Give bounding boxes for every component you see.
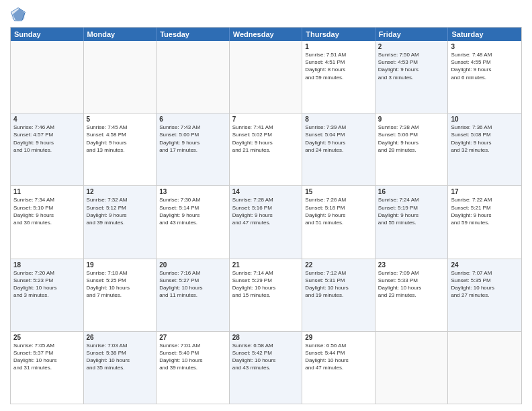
calendar-cell: 8Sunrise: 7:39 AMSunset: 5:04 PMDaylight… [302, 113, 375, 185]
calendar-cell: 6Sunrise: 7:43 AMSunset: 5:00 PMDaylight… [157, 113, 230, 185]
calendar-body: 1Sunrise: 7:51 AMSunset: 4:51 PMDaylight… [11, 41, 521, 404]
calendar-row: 1Sunrise: 7:51 AMSunset: 4:51 PMDaylight… [11, 41, 521, 113]
day-number: 29 [305, 334, 372, 341]
calendar-cell: 4Sunrise: 7:46 AMSunset: 4:57 PMDaylight… [11, 113, 84, 185]
cell-details: Sunrise: 7:12 AMSunset: 5:31 PMDaylight:… [305, 269, 372, 300]
header [10, 7, 522, 23]
day-number: 16 [378, 188, 445, 195]
calendar-row: 25Sunrise: 7:05 AMSunset: 5:37 PMDayligh… [11, 331, 521, 404]
day-number: 24 [451, 261, 519, 269]
calendar-cell: 15Sunrise: 7:26 AMSunset: 5:18 PMDayligh… [302, 186, 375, 258]
calendar-cell: 26Sunrise: 7:03 AMSunset: 5:38 PMDayligh… [84, 332, 157, 404]
calendar-cell: 28Sunrise: 6:58 AMSunset: 5:42 PMDayligh… [230, 332, 303, 404]
calendar-cell: 1Sunrise: 7:51 AMSunset: 4:51 PMDaylight… [302, 41, 375, 113]
cell-details: Sunrise: 7:34 AMSunset: 5:10 PMDaylight:… [13, 196, 81, 226]
calendar-cell: 5Sunrise: 7:45 AMSunset: 4:58 PMDaylight… [84, 113, 157, 185]
calendar-cell: 14Sunrise: 7:28 AMSunset: 5:16 PMDayligh… [230, 186, 303, 258]
day-number: 6 [159, 116, 226, 123]
day-number: 11 [13, 188, 81, 195]
day-number: 17 [451, 188, 519, 195]
cell-details: Sunrise: 7:03 AMSunset: 5:38 PMDaylight:… [87, 342, 154, 372]
day-number: 4 [13, 116, 81, 123]
day-number: 15 [305, 188, 372, 195]
cell-details: Sunrise: 7:22 AMSunset: 5:21 PMDaylight:… [451, 196, 519, 226]
calendar-cell [230, 41, 303, 113]
header-cell-monday: Monday [84, 28, 157, 41]
cell-details: Sunrise: 7:32 AMSunset: 5:12 PMDaylight:… [87, 196, 154, 226]
calendar-cell: 10Sunrise: 7:36 AMSunset: 5:08 PMDayligh… [448, 113, 521, 185]
cell-details: Sunrise: 7:01 AMSunset: 5:40 PMDaylight:… [159, 342, 226, 372]
header-cell-thursday: Thursday [302, 28, 375, 41]
cell-details: Sunrise: 7:50 AMSunset: 4:53 PMDaylight:… [378, 51, 445, 81]
day-number: 9 [378, 116, 445, 123]
day-number: 13 [159, 188, 226, 195]
calendar-cell [84, 41, 157, 113]
day-number: 22 [305, 261, 372, 269]
calendar-cell: 2Sunrise: 7:50 AMSunset: 4:53 PMDaylight… [375, 41, 449, 113]
cell-details: Sunrise: 7:20 AMSunset: 5:23 PMDaylight:… [13, 269, 81, 300]
day-number: 18 [13, 261, 81, 269]
calendar-cell: 12Sunrise: 7:32 AMSunset: 5:12 PMDayligh… [84, 186, 157, 258]
day-number: 8 [305, 116, 372, 123]
cell-details: Sunrise: 7:41 AMSunset: 5:02 PMDaylight:… [232, 124, 300, 154]
calendar-cell: 29Sunrise: 6:56 AMSunset: 5:44 PMDayligh… [302, 332, 375, 404]
calendar-cell: 18Sunrise: 7:20 AMSunset: 5:23 PMDayligh… [11, 259, 84, 331]
day-number: 20 [159, 261, 226, 269]
day-number: 19 [87, 261, 154, 269]
calendar-cell: 19Sunrise: 7:18 AMSunset: 5:25 PMDayligh… [84, 259, 157, 331]
day-number: 7 [232, 116, 300, 123]
cell-details: Sunrise: 7:38 AMSunset: 5:06 PMDaylight:… [378, 124, 445, 154]
day-number: 21 [232, 261, 300, 269]
day-number: 10 [451, 116, 519, 123]
cell-details: Sunrise: 7:16 AMSunset: 5:27 PMDaylight:… [159, 269, 226, 300]
cell-details: Sunrise: 7:36 AMSunset: 5:08 PMDaylight:… [451, 124, 519, 154]
day-number: 25 [13, 334, 81, 341]
calendar-row: 11Sunrise: 7:34 AMSunset: 5:10 PMDayligh… [11, 185, 521, 258]
day-number: 28 [232, 334, 300, 341]
calendar-cell: 24Sunrise: 7:07 AMSunset: 5:35 PMDayligh… [448, 259, 521, 331]
day-number: 14 [232, 188, 300, 195]
day-number: 1 [305, 43, 372, 50]
calendar-cell: 21Sunrise: 7:14 AMSunset: 5:29 PMDayligh… [230, 259, 303, 331]
cell-details: Sunrise: 7:51 AMSunset: 4:51 PMDaylight:… [305, 51, 372, 81]
cell-details: Sunrise: 7:45 AMSunset: 4:58 PMDaylight:… [87, 124, 154, 154]
cell-details: Sunrise: 7:28 AMSunset: 5:16 PMDaylight:… [232, 196, 300, 226]
calendar-cell [157, 41, 230, 113]
calendar-cell: 9Sunrise: 7:38 AMSunset: 5:06 PMDaylight… [375, 113, 449, 185]
header-cell-saturday: Saturday [448, 28, 521, 41]
calendar-cell: 11Sunrise: 7:34 AMSunset: 5:10 PMDayligh… [11, 186, 84, 258]
day-number: 23 [378, 261, 445, 269]
calendar-header: SundayMondayTuesdayWednesdayThursdayFrid… [11, 28, 521, 41]
calendar-cell: 23Sunrise: 7:09 AMSunset: 5:33 PMDayligh… [375, 259, 449, 331]
calendar: SundayMondayTuesdayWednesdayThursdayFrid… [10, 27, 522, 404]
calendar-cell [11, 41, 84, 113]
calendar-cell: 27Sunrise: 7:01 AMSunset: 5:40 PMDayligh… [157, 332, 230, 404]
page: SundayMondayTuesdayWednesdayThursdayFrid… [0, 0, 532, 411]
calendar-row: 4Sunrise: 7:46 AMSunset: 4:57 PMDaylight… [11, 113, 521, 185]
day-number: 26 [87, 334, 154, 341]
calendar-cell: 25Sunrise: 7:05 AMSunset: 5:37 PMDayligh… [11, 332, 84, 404]
calendar-cell: 22Sunrise: 7:12 AMSunset: 5:31 PMDayligh… [302, 259, 375, 331]
cell-details: Sunrise: 7:39 AMSunset: 5:04 PMDaylight:… [305, 124, 372, 154]
day-number: 2 [378, 43, 445, 50]
cell-details: Sunrise: 7:26 AMSunset: 5:18 PMDaylight:… [305, 196, 372, 226]
cell-details: Sunrise: 7:48 AMSunset: 4:55 PMDaylight:… [451, 51, 519, 81]
cell-details: Sunrise: 7:30 AMSunset: 5:14 PMDaylight:… [159, 196, 226, 226]
header-cell-friday: Friday [375, 28, 449, 41]
day-number: 27 [159, 334, 226, 341]
calendar-cell: 7Sunrise: 7:41 AMSunset: 5:02 PMDaylight… [230, 113, 303, 185]
calendar-cell: 16Sunrise: 7:24 AMSunset: 5:19 PMDayligh… [375, 186, 449, 258]
day-number: 12 [87, 188, 154, 195]
cell-details: Sunrise: 7:09 AMSunset: 5:33 PMDaylight:… [378, 269, 445, 300]
calendar-cell: 20Sunrise: 7:16 AMSunset: 5:27 PMDayligh… [157, 259, 230, 331]
cell-details: Sunrise: 7:14 AMSunset: 5:29 PMDaylight:… [232, 269, 300, 300]
day-number: 3 [451, 43, 519, 50]
cell-details: Sunrise: 7:07 AMSunset: 5:35 PMDaylight:… [451, 269, 519, 300]
logo [10, 7, 29, 23]
cell-details: Sunrise: 6:58 AMSunset: 5:42 PMDaylight:… [232, 342, 300, 372]
calendar-row: 18Sunrise: 7:20 AMSunset: 5:23 PMDayligh… [11, 259, 521, 331]
calendar-cell [448, 332, 521, 404]
cell-details: Sunrise: 7:18 AMSunset: 5:25 PMDaylight:… [87, 269, 154, 300]
header-cell-sunday: Sunday [11, 28, 84, 41]
logo-icon [10, 7, 26, 23]
